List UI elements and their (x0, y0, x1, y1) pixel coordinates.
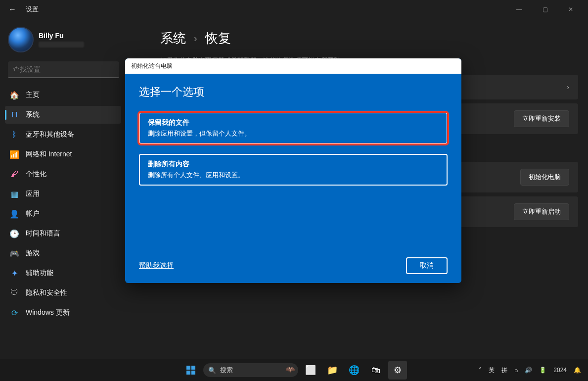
sidebar: Billy Fu 🏠主页 🖥系统 ᛒ蓝牙和其他设备 📶网络和 Internet … (0, 24, 126, 322)
taskbar-search[interactable]: 🔍 搜索 🦇 (203, 363, 298, 377)
sidebar-item-accounts[interactable]: 👤帐户 (5, 205, 121, 223)
dialog-heading: 选择一个选项 (139, 85, 448, 99)
apps-icon: ▦ (10, 190, 19, 198)
start-button[interactable] (181, 361, 200, 380)
back-button[interactable]: ← (5, 2, 20, 17)
volume-icon[interactable]: 🔊 (525, 367, 532, 374)
search-decoration-icon: 🦇 (285, 365, 295, 374)
taskbar-center: 🔍 搜索 🦇 ⬜ 📁 🌐 🛍 ⚙ (181, 361, 407, 380)
chevron-right-icon: › (567, 83, 569, 91)
sidebar-item-apps[interactable]: ▦应用 (5, 185, 121, 203)
sidebar-item-accessibility[interactable]: ✦辅助功能 (5, 264, 121, 282)
sidebar-item-label: 帐户 (26, 209, 40, 218)
option-keep-my-files[interactable]: 保留我的文件 删除应用和设置，但保留个人文件。 (139, 112, 448, 144)
ime-indicator-2[interactable]: 拼 (501, 366, 507, 375)
svg-rect-2 (186, 371, 190, 375)
sidebar-item-label: 蓝牙和其他设备 (26, 130, 74, 139)
dialog-window-title: 初始化这台电脑 (125, 58, 461, 74)
svg-rect-3 (191, 371, 195, 375)
search-placeholder: 搜索 (220, 366, 233, 375)
search-input[interactable] (8, 61, 119, 78)
option-title: 保留我的文件 (148, 118, 439, 127)
breadcrumb-current: 恢复 (205, 30, 231, 47)
sidebar-item-home[interactable]: 🏠主页 (5, 86, 121, 104)
sidebar-item-label: 网络和 Internet (26, 150, 72, 159)
window-title: 设置 (26, 5, 39, 14)
breadcrumb-parent[interactable]: 系统 (160, 30, 186, 47)
help-me-choose-link[interactable]: 帮助我选择 (139, 261, 174, 270)
avatar (8, 27, 34, 52)
sidebar-item-gaming[interactable]: 🎮游戏 (5, 244, 121, 262)
user-email-placeholder (39, 42, 84, 48)
clock-year[interactable]: 2024 (553, 367, 567, 374)
store-button[interactable]: 🛍 (366, 361, 385, 380)
sidebar-item-personalization[interactable]: 🖌个性化 (5, 165, 121, 183)
ime-indicator-1[interactable]: 英 (489, 366, 495, 375)
user-profile[interactable]: Billy Fu (5, 24, 121, 59)
clock-icon: 🕑 (10, 229, 19, 238)
svg-rect-1 (191, 366, 195, 370)
reset-pc-button[interactable]: 初始化电脑 (520, 169, 569, 186)
sidebar-item-label: 应用 (26, 190, 40, 198)
nav-list: 🏠主页 🖥系统 ᛒ蓝牙和其他设备 📶网络和 Internet 🖌个性化 ▦应用 … (5, 86, 121, 322)
bluetooth-icon: ᛒ (10, 130, 19, 139)
cancel-button[interactable]: 取消 (406, 257, 448, 274)
battery-icon[interactable]: 🔋 (539, 367, 546, 374)
option-title: 删除所有内容 (148, 160, 439, 169)
sidebar-item-label: 游戏 (26, 249, 40, 258)
system-icon: 🖥 (10, 110, 19, 119)
reset-pc-dialog: 初始化这台电脑 选择一个选项 保留我的文件 删除应用和设置，但保留个人文件。 删… (125, 58, 461, 283)
sidebar-item-label: 隐私和安全性 (26, 288, 67, 297)
reinstall-now-button[interactable]: 立即重新安装 (514, 110, 569, 127)
wifi-icon: 📶 (10, 150, 19, 159)
settings-button[interactable]: ⚙ (388, 361, 407, 380)
option-description: 删除所有个人文件、应用和设置。 (148, 171, 439, 180)
sidebar-item-update[interactable]: ⟳Windows 更新 (5, 304, 121, 322)
accessibility-icon: ✦ (10, 269, 19, 278)
sidebar-item-network[interactable]: 📶网络和 Internet (5, 145, 121, 163)
sidebar-item-system[interactable]: 🖥系统 (5, 106, 121, 124)
update-icon: ⟳ (10, 308, 19, 317)
edge-button[interactable]: 🌐 (345, 361, 363, 380)
svg-rect-0 (186, 366, 190, 370)
titlebar: ← 设置 — ▢ ✕ (0, 0, 588, 19)
taskbar: 🔍 搜索 🦇 ⬜ 📁 🌐 🛍 ⚙ ˄ 英 拼 ⌂ 🔊 🔋 2024 🔔 (0, 359, 588, 381)
option-remove-everything[interactable]: 删除所有内容 删除所有个人文件、应用和设置。 (139, 154, 448, 186)
sidebar-item-label: Windows 更新 (26, 308, 70, 317)
shield-icon: 🛡 (10, 288, 19, 297)
gamepad-icon: 🎮 (10, 249, 19, 258)
paintbrush-icon: 🖌 (10, 170, 19, 179)
sidebar-item-label: 系统 (26, 110, 40, 119)
sidebar-item-bluetooth[interactable]: ᛒ蓝牙和其他设备 (5, 126, 121, 143)
maximize-button[interactable]: ▢ (537, 6, 553, 13)
sidebar-item-label: 个性化 (26, 170, 46, 179)
tray-overflow-button[interactable]: ˄ (479, 367, 482, 374)
restart-now-button[interactable]: 立即重新启动 (514, 203, 569, 220)
notifications-button[interactable]: 🔔 (574, 367, 581, 374)
file-explorer-button[interactable]: 📁 (323, 361, 342, 380)
sidebar-item-time-language[interactable]: 🕑时间和语言 (5, 225, 121, 242)
breadcrumb: 系统 › 恢复 (160, 30, 578, 47)
system-tray: ˄ 英 拼 ⌂ 🔊 🔋 2024 🔔 (479, 366, 588, 375)
network-icon[interactable]: ⌂ (514, 367, 518, 374)
sidebar-item-label: 主页 (26, 91, 40, 99)
window-controls: — ▢ ✕ (511, 6, 583, 13)
sidebar-item-label: 时间和语言 (26, 229, 60, 238)
sidebar-item-privacy[interactable]: 🛡隐私和安全性 (5, 284, 121, 302)
person-icon: 👤 (10, 209, 19, 218)
close-button[interactable]: ✕ (562, 6, 579, 13)
sidebar-item-label: 辅助功能 (26, 269, 53, 278)
search-icon: 🔍 (208, 367, 216, 374)
option-description: 删除应用和设置，但保留个人文件。 (148, 129, 439, 138)
task-view-button[interactable]: ⬜ (301, 361, 320, 380)
chevron-right-icon: › (194, 33, 197, 44)
minimize-button[interactable]: — (511, 6, 528, 13)
user-name: Billy Fu (39, 32, 84, 40)
home-icon: 🏠 (10, 91, 19, 99)
